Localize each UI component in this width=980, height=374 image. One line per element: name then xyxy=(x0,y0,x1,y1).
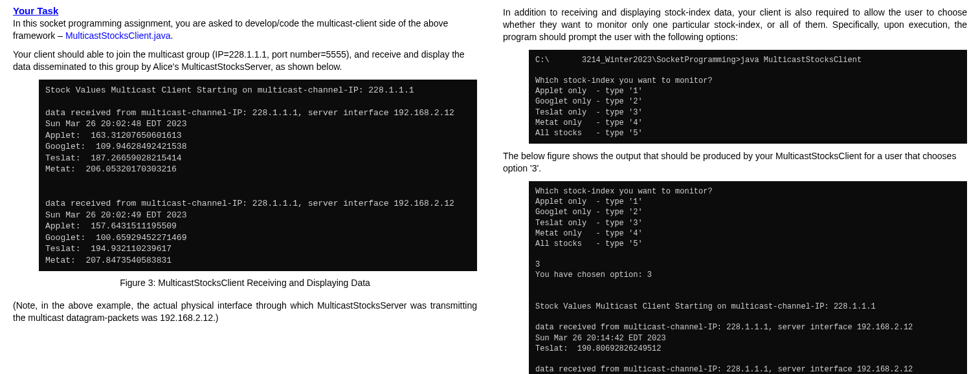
intro-paragraph-1: In this socket programming assignment, y… xyxy=(13,17,477,42)
note-paragraph: (Note, in the above example, the actual … xyxy=(13,300,477,324)
terminal-output-3: Which stock-index you want to monitor? A… xyxy=(529,181,967,374)
client-java-link[interactable]: MulticastStocksClient.java xyxy=(65,30,171,41)
para1-text-b: . xyxy=(171,30,173,41)
terminal-output-2: C:\ 3214_Winter2023\SocketProgramming>ja… xyxy=(529,50,967,144)
left-column: Your Task In this socket programming ass… xyxy=(0,0,490,374)
intro-paragraph-2: Your client should able to join the mult… xyxy=(13,49,477,73)
right-column: In addition to receiving and displaying … xyxy=(490,0,980,374)
right-paragraph-1: In addition to receiving and displaying … xyxy=(503,6,967,43)
right-paragraph-2: The below figure shows the output that s… xyxy=(503,150,967,175)
terminal-output-1: Stock Values Multicast Client Starting o… xyxy=(39,80,477,272)
task-heading: Your Task xyxy=(13,5,477,16)
figure-3-caption: Figure 3: MulticastStocksClient Receivin… xyxy=(13,278,477,288)
